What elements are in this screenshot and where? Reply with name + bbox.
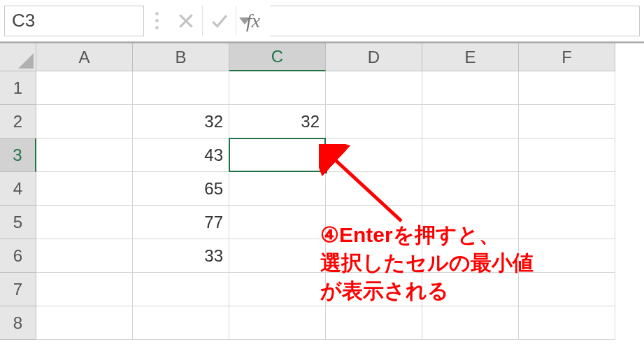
cell[interactable] (519, 105, 615, 138)
cell[interactable] (229, 172, 326, 206)
row-header[interactable]: 4 (0, 172, 36, 206)
cell[interactable] (36, 206, 133, 239)
name-box-wrap[interactable] (4, 6, 144, 36)
cell[interactable] (519, 172, 615, 206)
cancel-button (169, 6, 203, 36)
cell[interactable] (36, 306, 133, 340)
cell[interactable] (229, 138, 326, 172)
cell[interactable] (229, 71, 326, 105)
insert-function-button[interactable]: fx (236, 6, 270, 36)
cell[interactable] (36, 273, 133, 306)
cell[interactable] (326, 172, 422, 206)
fx-icon: fx (246, 10, 260, 32)
select-all-corner[interactable] (0, 43, 36, 71)
row-header[interactable]: 3 (0, 138, 36, 172)
formula-bar-separator (144, 12, 169, 29)
cell[interactable]: 77 (133, 206, 229, 239)
cell[interactable] (229, 306, 326, 340)
cell[interactable] (422, 306, 519, 340)
cell[interactable]: 43 (133, 138, 229, 172)
cell[interactable] (326, 306, 422, 340)
cell[interactable] (519, 138, 615, 172)
cell[interactable] (229, 239, 326, 273)
row-header[interactable]: 1 (0, 71, 36, 105)
column-header[interactable]: E (422, 43, 519, 71)
row-header[interactable]: 8 (0, 306, 36, 340)
cell[interactable] (519, 71, 615, 105)
row-header[interactable]: 2 (0, 105, 36, 138)
column-header[interactable]: B (133, 43, 229, 71)
column-header[interactable]: A (36, 43, 133, 71)
cell[interactable] (519, 306, 615, 340)
cell[interactable] (36, 239, 133, 273)
cell[interactable] (133, 273, 229, 306)
row-header[interactable]: 5 (0, 206, 36, 239)
annotation-text: ④Enterを押すと、 選択したセルの最小値 が表示される (320, 221, 534, 305)
cell[interactable] (326, 105, 422, 138)
cell[interactable] (133, 306, 229, 340)
row-header[interactable]: 6 (0, 239, 36, 273)
column-header[interactable]: D (326, 43, 422, 71)
cell[interactable] (133, 71, 229, 105)
column-header[interactable]: F (519, 43, 615, 71)
cell[interactable]: 32 (229, 105, 326, 138)
column-header[interactable]: C (229, 43, 326, 71)
cell[interactable] (36, 105, 133, 138)
cell[interactable] (36, 172, 133, 206)
cell[interactable] (36, 138, 133, 172)
cell[interactable] (422, 105, 519, 138)
formula-bar: fx (0, 0, 644, 42)
cell[interactable] (229, 273, 326, 306)
row-header[interactable]: 7 (0, 273, 36, 306)
cell[interactable] (422, 71, 519, 105)
cell[interactable] (422, 172, 519, 206)
cell[interactable] (422, 138, 519, 172)
cell[interactable] (326, 71, 422, 105)
formula-input[interactable] (270, 6, 640, 36)
cell[interactable]: 65 (133, 172, 229, 206)
cell[interactable]: 32 (133, 105, 229, 138)
cell[interactable] (229, 206, 326, 239)
cell[interactable] (326, 138, 422, 172)
cell[interactable]: 33 (133, 239, 229, 273)
enter-button (203, 6, 236, 36)
cell[interactable] (36, 71, 133, 105)
